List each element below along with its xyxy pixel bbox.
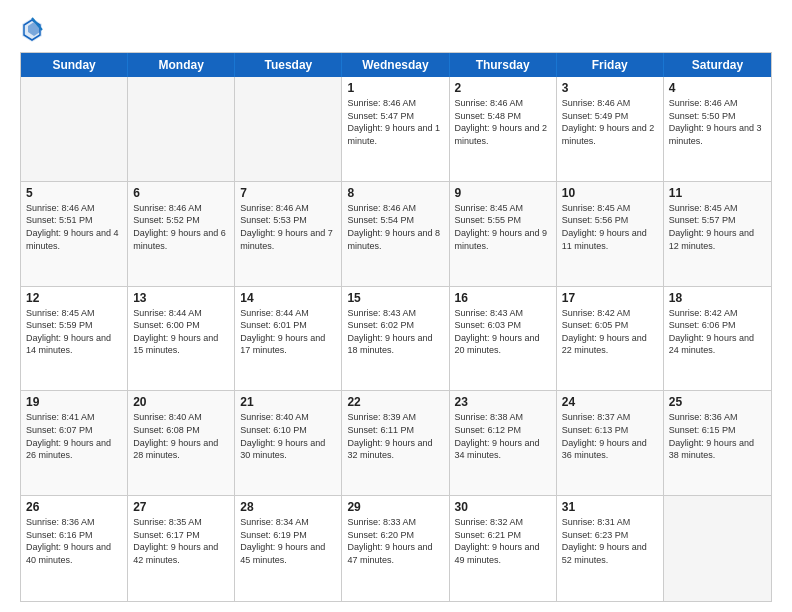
day-cell-9: 9Sunrise: 8:45 AMSunset: 5:55 PMDaylight… <box>450 182 557 286</box>
day-number: 20 <box>133 395 229 409</box>
cell-info: Sunrise: 8:45 AMSunset: 5:59 PMDaylight:… <box>26 307 122 357</box>
day-cell-19: 19Sunrise: 8:41 AMSunset: 6:07 PMDayligh… <box>21 391 128 495</box>
week-row-2: 5Sunrise: 8:46 AMSunset: 5:51 PMDaylight… <box>21 182 771 287</box>
day-header-thursday: Thursday <box>450 53 557 77</box>
day-number: 29 <box>347 500 443 514</box>
cell-info: Sunrise: 8:32 AMSunset: 6:21 PMDaylight:… <box>455 516 551 566</box>
day-number: 9 <box>455 186 551 200</box>
day-cell-8: 8Sunrise: 8:46 AMSunset: 5:54 PMDaylight… <box>342 182 449 286</box>
day-header-monday: Monday <box>128 53 235 77</box>
day-number: 11 <box>669 186 766 200</box>
day-cell-5: 5Sunrise: 8:46 AMSunset: 5:51 PMDaylight… <box>21 182 128 286</box>
day-cell-14: 14Sunrise: 8:44 AMSunset: 6:01 PMDayligh… <box>235 287 342 391</box>
cell-info: Sunrise: 8:39 AMSunset: 6:11 PMDaylight:… <box>347 411 443 461</box>
day-number: 19 <box>26 395 122 409</box>
day-number: 23 <box>455 395 551 409</box>
day-cell-30: 30Sunrise: 8:32 AMSunset: 6:21 PMDayligh… <box>450 496 557 601</box>
day-number: 7 <box>240 186 336 200</box>
empty-cell <box>128 77 235 181</box>
day-number: 16 <box>455 291 551 305</box>
cell-info: Sunrise: 8:34 AMSunset: 6:19 PMDaylight:… <box>240 516 336 566</box>
day-number: 27 <box>133 500 229 514</box>
day-number: 21 <box>240 395 336 409</box>
day-cell-1: 1Sunrise: 8:46 AMSunset: 5:47 PMDaylight… <box>342 77 449 181</box>
cell-info: Sunrise: 8:45 AMSunset: 5:57 PMDaylight:… <box>669 202 766 252</box>
page: SundayMondayTuesdayWednesdayThursdayFrid… <box>0 0 792 612</box>
empty-cell <box>21 77 128 181</box>
cell-info: Sunrise: 8:36 AMSunset: 6:15 PMDaylight:… <box>669 411 766 461</box>
day-number: 15 <box>347 291 443 305</box>
day-cell-13: 13Sunrise: 8:44 AMSunset: 6:00 PMDayligh… <box>128 287 235 391</box>
day-number: 3 <box>562 81 658 95</box>
day-header-wednesday: Wednesday <box>342 53 449 77</box>
day-cell-25: 25Sunrise: 8:36 AMSunset: 6:15 PMDayligh… <box>664 391 771 495</box>
cell-info: Sunrise: 8:43 AMSunset: 6:03 PMDaylight:… <box>455 307 551 357</box>
calendar: SundayMondayTuesdayWednesdayThursdayFrid… <box>20 52 772 602</box>
day-cell-18: 18Sunrise: 8:42 AMSunset: 6:06 PMDayligh… <box>664 287 771 391</box>
day-number: 8 <box>347 186 443 200</box>
day-number: 14 <box>240 291 336 305</box>
day-cell-17: 17Sunrise: 8:42 AMSunset: 6:05 PMDayligh… <box>557 287 664 391</box>
day-number: 30 <box>455 500 551 514</box>
day-number: 24 <box>562 395 658 409</box>
cell-info: Sunrise: 8:45 AMSunset: 5:55 PMDaylight:… <box>455 202 551 252</box>
day-number: 13 <box>133 291 229 305</box>
day-number: 2 <box>455 81 551 95</box>
week-row-4: 19Sunrise: 8:41 AMSunset: 6:07 PMDayligh… <box>21 391 771 496</box>
empty-cell <box>664 496 771 601</box>
cell-info: Sunrise: 8:44 AMSunset: 6:01 PMDaylight:… <box>240 307 336 357</box>
cell-info: Sunrise: 8:46 AMSunset: 5:47 PMDaylight:… <box>347 97 443 147</box>
day-cell-21: 21Sunrise: 8:40 AMSunset: 6:10 PMDayligh… <box>235 391 342 495</box>
day-cell-22: 22Sunrise: 8:39 AMSunset: 6:11 PMDayligh… <box>342 391 449 495</box>
day-number: 17 <box>562 291 658 305</box>
day-number: 26 <box>26 500 122 514</box>
cell-info: Sunrise: 8:40 AMSunset: 6:08 PMDaylight:… <box>133 411 229 461</box>
day-header-tuesday: Tuesday <box>235 53 342 77</box>
day-cell-11: 11Sunrise: 8:45 AMSunset: 5:57 PMDayligh… <box>664 182 771 286</box>
week-row-3: 12Sunrise: 8:45 AMSunset: 5:59 PMDayligh… <box>21 287 771 392</box>
day-cell-3: 3Sunrise: 8:46 AMSunset: 5:49 PMDaylight… <box>557 77 664 181</box>
day-number: 5 <box>26 186 122 200</box>
cell-info: Sunrise: 8:42 AMSunset: 6:05 PMDaylight:… <box>562 307 658 357</box>
day-header-friday: Friday <box>557 53 664 77</box>
day-cell-29: 29Sunrise: 8:33 AMSunset: 6:20 PMDayligh… <box>342 496 449 601</box>
day-number: 22 <box>347 395 443 409</box>
day-cell-4: 4Sunrise: 8:46 AMSunset: 5:50 PMDaylight… <box>664 77 771 181</box>
day-cell-27: 27Sunrise: 8:35 AMSunset: 6:17 PMDayligh… <box>128 496 235 601</box>
week-row-1: 1Sunrise: 8:46 AMSunset: 5:47 PMDaylight… <box>21 77 771 182</box>
calendar-grid: 1Sunrise: 8:46 AMSunset: 5:47 PMDaylight… <box>21 77 771 601</box>
day-cell-24: 24Sunrise: 8:37 AMSunset: 6:13 PMDayligh… <box>557 391 664 495</box>
day-cell-28: 28Sunrise: 8:34 AMSunset: 6:19 PMDayligh… <box>235 496 342 601</box>
day-number: 6 <box>133 186 229 200</box>
day-headers: SundayMondayTuesdayWednesdayThursdayFrid… <box>21 53 771 77</box>
cell-info: Sunrise: 8:41 AMSunset: 6:07 PMDaylight:… <box>26 411 122 461</box>
day-cell-31: 31Sunrise: 8:31 AMSunset: 6:23 PMDayligh… <box>557 496 664 601</box>
header <box>20 16 772 44</box>
cell-info: Sunrise: 8:46 AMSunset: 5:53 PMDaylight:… <box>240 202 336 252</box>
day-header-sunday: Sunday <box>21 53 128 77</box>
day-cell-7: 7Sunrise: 8:46 AMSunset: 5:53 PMDaylight… <box>235 182 342 286</box>
cell-info: Sunrise: 8:46 AMSunset: 5:49 PMDaylight:… <box>562 97 658 147</box>
cell-info: Sunrise: 8:46 AMSunset: 5:52 PMDaylight:… <box>133 202 229 252</box>
cell-info: Sunrise: 8:46 AMSunset: 5:51 PMDaylight:… <box>26 202 122 252</box>
day-cell-12: 12Sunrise: 8:45 AMSunset: 5:59 PMDayligh… <box>21 287 128 391</box>
day-cell-2: 2Sunrise: 8:46 AMSunset: 5:48 PMDaylight… <box>450 77 557 181</box>
day-cell-15: 15Sunrise: 8:43 AMSunset: 6:02 PMDayligh… <box>342 287 449 391</box>
cell-info: Sunrise: 8:45 AMSunset: 5:56 PMDaylight:… <box>562 202 658 252</box>
empty-cell <box>235 77 342 181</box>
day-cell-23: 23Sunrise: 8:38 AMSunset: 6:12 PMDayligh… <box>450 391 557 495</box>
cell-info: Sunrise: 8:40 AMSunset: 6:10 PMDaylight:… <box>240 411 336 461</box>
cell-info: Sunrise: 8:38 AMSunset: 6:12 PMDaylight:… <box>455 411 551 461</box>
cell-info: Sunrise: 8:43 AMSunset: 6:02 PMDaylight:… <box>347 307 443 357</box>
cell-info: Sunrise: 8:46 AMSunset: 5:54 PMDaylight:… <box>347 202 443 252</box>
day-number: 4 <box>669 81 766 95</box>
day-number: 18 <box>669 291 766 305</box>
day-cell-10: 10Sunrise: 8:45 AMSunset: 5:56 PMDayligh… <box>557 182 664 286</box>
day-number: 10 <box>562 186 658 200</box>
week-row-5: 26Sunrise: 8:36 AMSunset: 6:16 PMDayligh… <box>21 496 771 601</box>
day-cell-6: 6Sunrise: 8:46 AMSunset: 5:52 PMDaylight… <box>128 182 235 286</box>
cell-info: Sunrise: 8:35 AMSunset: 6:17 PMDaylight:… <box>133 516 229 566</box>
logo <box>20 16 48 44</box>
day-number: 12 <box>26 291 122 305</box>
day-number: 1 <box>347 81 443 95</box>
